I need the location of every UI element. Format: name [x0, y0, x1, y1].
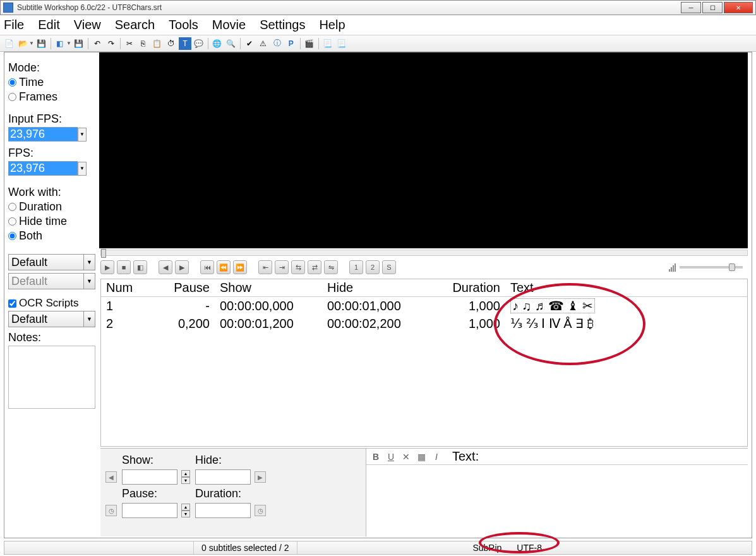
sync-2-button[interactable]: ⇄ [308, 260, 321, 274]
italic-button[interactable]: I [431, 451, 442, 462]
cut-icon[interactable]: ✂ [123, 37, 136, 50]
save-trans-icon[interactable]: 💾 [73, 37, 85, 50]
col-show[interactable]: Show [215, 279, 322, 297]
ocr-combo[interactable]: Default [8, 311, 84, 327]
lang-icon[interactable]: 🌐 [211, 37, 224, 50]
table-row[interactable]: 1 - 00:00:00,000 00:00:01,000 1,000 ♪ ♫ … [101, 297, 747, 315]
translate-icon[interactable]: ◧ [54, 37, 66, 50]
info-icon[interactable]: ⓘ [271, 37, 284, 50]
doc1-icon[interactable]: 📃 [321, 37, 334, 50]
menu-tools[interactable]: Tools [169, 18, 198, 32]
scrubber-thumb[interactable] [101, 249, 106, 258]
col-pause[interactable]: Pause [145, 279, 215, 297]
duration-input[interactable] [195, 503, 251, 518]
warn-icon[interactable]: ⚠ [257, 37, 270, 50]
hide-input[interactable] [195, 469, 251, 485]
input-fps-field[interactable] [8, 127, 78, 142]
timer-icon[interactable]: ⏱ [165, 37, 177, 50]
clock2-icon[interactable]: ◷ [255, 505, 266, 516]
menu-edit[interactable]: Edit [38, 18, 59, 32]
spell-icon[interactable]: ✔ [243, 37, 256, 50]
fps-field[interactable] [8, 161, 78, 176]
encoding-combo-1[interactable]: Default [8, 254, 84, 270]
mode-time-radio[interactable]: Time [8, 76, 95, 89]
encoding-combo-2[interactable]: Default [8, 273, 84, 289]
subtitle-grid[interactable]: Num Pause Show Hide Duration Text 1 - 00… [100, 279, 748, 447]
search-icon[interactable]: 🔍 [225, 37, 237, 50]
subtitle-text-input[interactable] [366, 465, 748, 536]
new-file-icon[interactable]: 📄 [3, 37, 15, 50]
encoding-combo-2-dropdown[interactable]: ▼ [84, 273, 95, 289]
menu-file[interactable]: File [4, 18, 24, 32]
work-both-radio[interactable]: Both [8, 229, 95, 243]
ocr-scripts-checkbox[interactable]: OCR Scripts [8, 297, 95, 310]
show-spin-up[interactable]: ▲ [181, 470, 190, 477]
redo-icon[interactable]: ↷ [105, 37, 117, 50]
maximize-button[interactable]: ☐ [702, 2, 723, 13]
sync-3-button[interactable]: ⇋ [324, 260, 338, 274]
status-format: SubRip [465, 541, 509, 554]
paste-icon[interactable]: 📋 [151, 37, 164, 50]
forward-button[interactable]: ⏩ [233, 260, 247, 274]
show-input[interactable] [122, 469, 177, 485]
col-duration[interactable]: Duration [442, 279, 505, 297]
menu-search[interactable]: Search [115, 18, 155, 32]
ocr-combo-dropdown[interactable]: ▼ [84, 311, 95, 327]
pause-input[interactable] [122, 503, 177, 518]
rewind-button[interactable]: ⏮ [200, 260, 214, 274]
mode-frames-radio[interactable]: Frames [8, 90, 95, 104]
cell-num: 2 [101, 315, 145, 332]
prev-sub-icon[interactable]: ◀ [105, 471, 117, 483]
fps-dropdown[interactable]: ▼ [78, 162, 87, 176]
s-button[interactable]: S [382, 260, 396, 274]
copy-icon[interactable]: ⎘ [137, 37, 150, 50]
close-button[interactable]: ✕ [724, 2, 753, 13]
video-icon[interactable]: 🎬 [303, 37, 316, 50]
col-hide[interactable]: Hide [322, 279, 442, 297]
sync-1-button[interactable]: ⇆ [291, 260, 305, 274]
prev-button[interactable]: ◀ [159, 260, 172, 274]
encoding-combo-1-dropdown[interactable]: ▼ [84, 254, 95, 270]
show-spin-down[interactable]: ▼ [181, 477, 190, 484]
clock1-icon[interactable]: ◷ [105, 505, 117, 516]
pause-spin-down[interactable]: ▼ [181, 511, 190, 517]
video-scrubber[interactable] [100, 250, 748, 256]
pause-spin-up[interactable]: ▲ [181, 504, 190, 511]
two-button[interactable]: 2 [366, 260, 380, 274]
menu-settings[interactable]: Settings [260, 18, 305, 32]
bold-button[interactable]: B [370, 451, 381, 462]
volume-slider[interactable] [680, 266, 743, 269]
mark-out-button[interactable]: ⇥ [275, 260, 289, 274]
next-sub-icon[interactable]: ▶ [255, 471, 266, 483]
notes-textarea[interactable] [8, 346, 95, 409]
work-duration-radio[interactable]: Duration [8, 200, 95, 214]
clear-button[interactable]: ✕ [400, 451, 412, 462]
input-fps-dropdown[interactable]: ▼ [78, 128, 87, 142]
menu-movie[interactable]: Movie [212, 18, 246, 32]
back-button[interactable]: ⏪ [217, 260, 231, 274]
menu-view[interactable]: View [74, 18, 101, 32]
doc2-icon[interactable]: 📃 [335, 37, 348, 50]
col-num[interactable]: Num [101, 279, 145, 297]
underline-button[interactable]: U [385, 451, 397, 462]
undo-icon[interactable]: ↶ [91, 37, 104, 50]
one-button[interactable]: 1 [349, 260, 363, 274]
toggle-button[interactable]: ◧ [133, 260, 147, 274]
video-preview[interactable] [99, 52, 748, 248]
stop-button[interactable]: ■ [117, 260, 131, 274]
open-file-icon[interactable]: 📂 [16, 37, 29, 50]
save-file-icon[interactable]: 💾 [35, 37, 48, 50]
menu-help[interactable]: Help [319, 18, 345, 32]
mark-in-button[interactable]: ⇤ [258, 260, 272, 274]
chat-icon[interactable]: 💬 [193, 37, 205, 50]
color-button[interactable]: ▦ [416, 451, 427, 462]
pascal-icon[interactable]: P [285, 37, 297, 50]
next-button[interactable]: ▶ [175, 260, 189, 274]
volume-knob[interactable] [729, 263, 735, 271]
table-row[interactable]: 2 0,200 00:00:01,200 00:00:02,200 1,000 … [101, 315, 747, 332]
text-icon[interactable]: T [179, 37, 191, 50]
minimize-button[interactable]: ─ [681, 2, 701, 13]
play-button[interactable]: ▶ [100, 260, 114, 274]
work-hide-radio[interactable]: Hide time [8, 215, 95, 228]
col-text[interactable]: Text [505, 279, 747, 297]
